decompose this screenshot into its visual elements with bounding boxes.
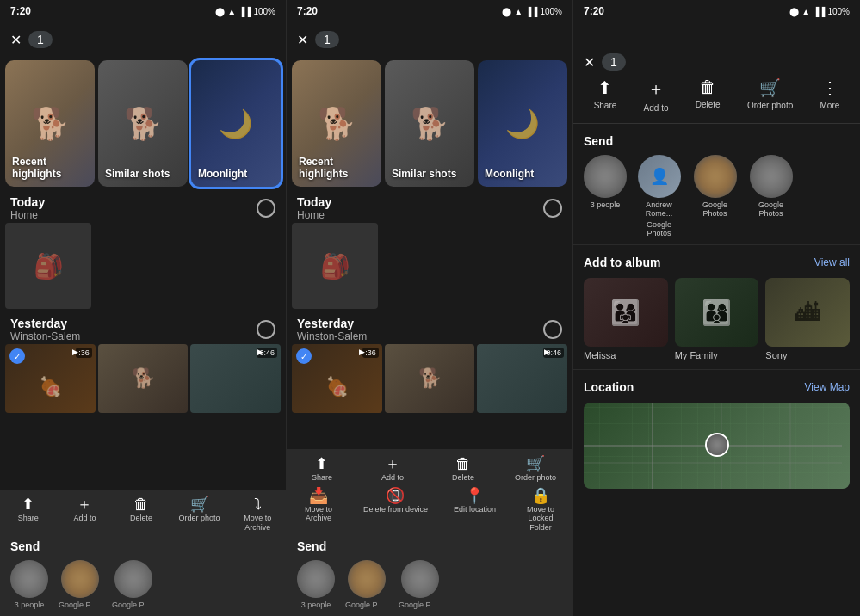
contact-gp1-1[interactable]: Google Photos	[59, 560, 102, 609]
food-image-1: 🍖	[5, 353, 96, 413]
yesterday-title-2: Yesterday	[297, 317, 367, 330]
yesterday-select-1[interactable]	[257, 320, 275, 339]
food-image-2: 🍖	[292, 353, 382, 413]
add-to-btn-2[interactable]: ＋ Add to	[374, 456, 411, 483]
contact-name-gp2-2: Google Photos	[399, 601, 442, 609]
share-action-3[interactable]: ⬆ Share	[594, 77, 617, 113]
add-icon-1: ＋	[77, 496, 92, 512]
yesterday-select-2[interactable]	[543, 320, 562, 339]
photo-dog2-2[interactable]: 🐕	[385, 344, 475, 413]
avatar-3-gp2	[750, 155, 793, 198]
contact-3-people[interactable]: 3 people	[584, 155, 627, 237]
close-selection-1[interactable]: ✕	[10, 32, 22, 48]
archive-btn-2[interactable]: 📥 Move toArchive	[300, 488, 337, 524]
share-btn-1[interactable]: ⬆ Share	[9, 496, 47, 523]
bag-image-2: 🎒	[292, 223, 378, 309]
highlight-similar-1[interactable]: 🐕 Similar shots	[98, 60, 188, 187]
video-icon2-2: ▶	[544, 348, 550, 356]
contact-people-2[interactable]: 3 people	[297, 560, 335, 609]
highlights-row-2: 🐕 Recent highlights 🐕 Similar shots 🌙 Mo…	[287, 57, 572, 190]
contact-3-gp2[interactable]: Google Photos	[747, 155, 795, 237]
photo-blurry-1[interactable]: 0:46 ▶	[190, 344, 281, 413]
album-melissa[interactable]: 👨‍👩‍👧 Melissa	[584, 278, 668, 362]
contact-gp2-1[interactable]: Google Photos	[112, 560, 155, 609]
avatar-3-gp1	[694, 155, 737, 198]
send-title-1: Send	[10, 539, 275, 553]
contact-avatar-people-2	[297, 560, 335, 598]
contact-people-1[interactable]: 3 people	[10, 560, 48, 609]
contact-label-andrew: Andrew Rome...	[635, 200, 683, 218]
album-grid: 👨‍👩‍👧 Melissa 👨‍👩‍👦 My Family 🏙 Sony	[584, 278, 850, 362]
yesterday-header-1: Yesterday Winston-Salem	[0, 311, 286, 344]
highlight-moon-1[interactable]: 🌙 Moonlight	[191, 60, 281, 187]
highlight-moon-2[interactable]: 🌙 Moonlight	[478, 60, 567, 187]
order-action-3[interactable]: 🛒 Order photo	[747, 77, 793, 113]
highlight-similar-2[interactable]: 🐕 Similar shots	[385, 60, 474, 187]
yesterday-photos-1: ✓ :36 ▶ 🍖 🐕 0:46 ▶	[0, 344, 286, 413]
map-view[interactable]	[584, 403, 850, 489]
delete-btn-1[interactable]: 🗑 Delete	[122, 496, 160, 523]
archive-btn-1[interactable]: ⤵ Move toArchive	[238, 496, 276, 533]
add-icon-2: ＋	[385, 456, 400, 471]
album-my-family[interactable]: 👨‍👩‍👦 My Family	[675, 278, 759, 362]
close-selection-3[interactable]: ✕	[584, 54, 595, 71]
contact-gp1-2[interactable]: Google Photos	[345, 560, 388, 609]
more-action-3[interactable]: ⋮ More	[820, 77, 840, 113]
contact-3-gp1[interactable]: Google Photos	[691, 155, 739, 237]
order-btn-2[interactable]: 🛒 Order photo	[515, 456, 556, 483]
today-photo-2[interactable]: 🎒	[292, 223, 378, 309]
highlights-row-1: 🐕 Recent highlights 🐕 Similar shots 🌙 Mo…	[0, 57, 286, 190]
delete-label-2: Delete	[452, 473, 474, 483]
delete-icon-2: 🗑	[455, 456, 471, 471]
album-name-my-family: My Family	[675, 350, 718, 360]
delete-btn-2[interactable]: 🗑 Delete	[444, 456, 482, 483]
wifi-icon-2: ▲	[514, 7, 523, 16]
photo-blurry-2[interactable]: 0:46 ▶	[477, 344, 567, 413]
today-select-2[interactable]	[543, 199, 562, 218]
contact-gp2-2[interactable]: Google Photos	[399, 560, 442, 609]
share-btn-2[interactable]: ⬆ Share	[303, 456, 341, 483]
album-sony[interactable]: 🏙 Sony	[765, 278, 850, 362]
highlight-label-moon-2: Moonlight	[485, 168, 534, 180]
locked-folder-btn-2[interactable]: 🔒 Move toLockedFolder	[522, 488, 560, 533]
send-panel-3: Send 3 people 👤 Andrew Rome... Google Ph…	[573, 124, 860, 245]
photo-food-2[interactable]: ✓ :36 ▶ 🍖	[292, 344, 382, 413]
highlight-label-similar-2: Similar shots	[392, 168, 456, 180]
delete-icon-3: 🗑	[699, 77, 716, 97]
locked-folder-label-2: Move toLockedFolder	[527, 505, 554, 533]
close-selection-2[interactable]: ✕	[297, 32, 308, 48]
highlight-recent-1[interactable]: 🐕 Recent highlights	[5, 60, 95, 187]
today-select-1[interactable]	[257, 199, 275, 218]
highlight-recent-2[interactable]: 🐕 Recent highlights	[292, 60, 381, 187]
edit-location-btn-2[interactable]: 📍 Edit location	[454, 488, 496, 514]
order-btn-1[interactable]: 🛒 Order photo	[179, 496, 220, 523]
add-to-btn-1[interactable]: ＋ Add to	[65, 496, 103, 523]
today-photos-1: 🎒	[0, 223, 286, 309]
time-1: 7:20	[10, 5, 31, 17]
action-icons-row-3: ⬆ Share ＋ Add to 🗑 Delete 🛒 Order photo …	[573, 77, 860, 124]
contact-name-gp2-1: Google Photos	[112, 601, 155, 609]
contact-3-andrew[interactable]: 👤 Andrew Rome... Google Photos	[635, 155, 683, 237]
delete-device-btn-2[interactable]: 📵 Delete from device	[363, 488, 428, 514]
today-photo-1[interactable]: 🎒	[5, 223, 91, 309]
today-header-2: Today Home	[287, 190, 572, 223]
blurred-avatar2-1	[61, 560, 99, 598]
selection-bar-2: ✕ 1	[287, 22, 572, 57]
add-label-2: Add to	[381, 473, 404, 483]
add-icon-3: ＋	[647, 77, 665, 101]
highlight-label-recent-2: Recent highlights	[299, 156, 381, 180]
contact-avatar-gp2-1	[114, 560, 152, 598]
photo-dog2-1[interactable]: 🐕	[98, 344, 189, 413]
delete-action-3[interactable]: 🗑 Delete	[696, 77, 721, 113]
toolbar-row-extra-2: 📥 Move toArchive 📵 Delete from device 📍 …	[287, 488, 572, 533]
send-contacts-2: 3 people Google Photos Google Photos	[297, 560, 562, 609]
view-map-btn[interactable]: View Map	[805, 381, 850, 393]
view-all-albums[interactable]: View all	[814, 256, 850, 268]
photo-food-1[interactable]: ✓ :36 ▶ 🍖	[5, 344, 96, 413]
signal-icon: ▐▐	[238, 7, 251, 16]
yesterday-sub-1: Winston-Salem	[10, 330, 80, 342]
phone-panel-1: 7:20 ⬤ ▲ ▐▐ 100% ✕ 1 🐕 Recent highlights…	[0, 0, 287, 616]
add-to-action-3[interactable]: ＋ Add to	[644, 77, 669, 113]
order-icon-1: 🛒	[190, 496, 209, 512]
contact-label-people-3: 3 people	[591, 200, 621, 209]
